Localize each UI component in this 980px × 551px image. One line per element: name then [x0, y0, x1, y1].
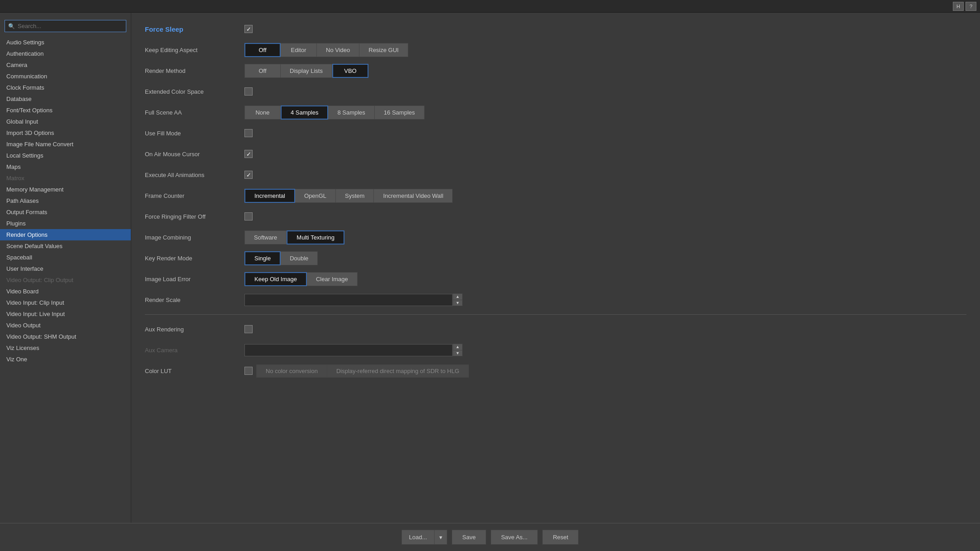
sidebar-item-import-3d-options[interactable]: Import 3D Options: [0, 127, 131, 139]
sidebar-item-database[interactable]: Database: [0, 93, 131, 105]
sidebar-item-path-aliases[interactable]: Path Aliases: [0, 195, 131, 206]
sidebar-item-video-input-clip-input[interactable]: Video Input: Clip Input: [0, 297, 131, 308]
sidebar-item-maps[interactable]: Maps: [0, 161, 131, 172]
render-scale-input[interactable]: 1.0: [244, 294, 453, 306]
sidebar-item-spaceball[interactable]: Spaceball: [0, 252, 131, 263]
sidebar-item-communication[interactable]: Communication: [0, 71, 131, 82]
extended-color-space-checkbox[interactable]: [244, 87, 253, 96]
full-scene-aa-row: Full Scene AA None4 Samples8 Samples16 S…: [145, 105, 966, 120]
image-combining-group-btn-software[interactable]: Software: [244, 230, 287, 244]
frame-counter-group-btn-opengl[interactable]: OpenGL: [295, 189, 336, 203]
sidebar-item-font-text-options[interactable]: Font/Text Options: [0, 105, 131, 116]
keep-editing-aspect-group-btn-off[interactable]: Off: [244, 43, 281, 57]
image-combining-group-btn-multi-texturing[interactable]: Multi Texturing: [287, 230, 344, 244]
sidebar-item-video-output-shm-output[interactable]: Video Output: SHM Output: [0, 331, 131, 342]
search-container: 🔍: [0, 17, 131, 37]
image-combining-group: SoftwareMulti Texturing: [244, 230, 344, 244]
sidebar: 🔍 Audio SettingsAuthenticationCameraComm…: [0, 13, 131, 523]
sidebar-item-video-output[interactable]: Video Output: [0, 320, 131, 331]
aux-camera-spinner: ▲ ▼: [244, 344, 463, 356]
aux-camera-input[interactable]: [244, 344, 453, 356]
frame-counter-group-btn-incremental[interactable]: Incremental: [244, 189, 295, 203]
sidebar-item-clock-formats[interactable]: Clock Formats: [0, 82, 131, 93]
sidebar-item-image-file-name-convert[interactable]: Image File Name Convert: [0, 139, 131, 150]
sidebar-item-authentication[interactable]: Authentication: [0, 48, 131, 59]
aux-rendering-row: Aux Rendering: [145, 322, 966, 336]
sidebar-item-viz-licenses[interactable]: Viz Licenses: [0, 342, 131, 354]
aux-camera-row: Aux Camera ▲ ▼: [145, 343, 966, 357]
sidebar-item-scene-default-values[interactable]: Scene Default Values: [0, 240, 131, 252]
color-lut-group: No color conversion Display-referred dir…: [256, 364, 469, 378]
frame-counter-group-btn-system[interactable]: System: [336, 189, 374, 203]
image-load-error-row: Image Load Error Keep Old ImageClear Ima…: [145, 272, 966, 286]
execute-all-animations-label: Execute All Animations: [145, 172, 244, 178]
sidebar-item-video-output-clip-output[interactable]: Video Output: Clip Output: [0, 274, 131, 286]
use-fill-mode-checkbox[interactable]: [244, 129, 253, 137]
force-ringing-filter-off-checkbox[interactable]: [244, 212, 253, 220]
force-sleep-checkbox[interactable]: [244, 25, 253, 33]
render-method-group-btn-off[interactable]: Off: [244, 64, 281, 78]
sidebar-item-viz-one[interactable]: Viz One: [0, 354, 131, 365]
keep-editing-aspect-group-btn-no-video[interactable]: No Video: [317, 43, 359, 57]
image-load-error-group-btn-clear-image[interactable]: Clear Image: [307, 272, 358, 286]
color-lut-checkbox[interactable]: [244, 367, 253, 375]
top-bar: H ?: [0, 0, 980, 13]
render-scale-label: Render Scale: [145, 297, 244, 303]
load-button[interactable]: Load...: [402, 530, 435, 545]
render-scale-down-btn[interactable]: ▼: [453, 300, 463, 306]
search-icon: 🔍: [8, 23, 15, 29]
aux-rendering-checkbox[interactable]: [244, 325, 253, 333]
sidebar-item-global-input[interactable]: Global Input: [0, 116, 131, 127]
full-scene-aa-group-btn-4-samples[interactable]: 4 Samples: [281, 105, 328, 120]
keep-editing-aspect-row: Keep Editing Aspect OffEditorNo VideoRes…: [145, 43, 966, 57]
aux-camera-up-btn[interactable]: ▲: [453, 344, 463, 350]
sidebar-item-user-interface[interactable]: User Interface: [0, 263, 131, 274]
image-load-error-group: Keep Old ImageClear Image: [244, 272, 358, 286]
search-input[interactable]: [5, 20, 126, 32]
sidebar-item-camera[interactable]: Camera: [0, 59, 131, 71]
color-lut-option1-btn[interactable]: No color conversion: [256, 364, 327, 378]
sidebar-item-render-options[interactable]: Render Options: [0, 229, 131, 240]
full-scene-aa-group-btn-16-samples[interactable]: 16 Samples: [375, 105, 425, 120]
full-scene-aa-group-btn-8-samples[interactable]: 8 Samples: [328, 105, 374, 120]
render-method-label: Render Method: [145, 67, 244, 74]
sidebar-item-matrox[interactable]: Matrox: [0, 172, 131, 184]
render-method-group-btn-vbo[interactable]: VBO: [332, 64, 368, 78]
image-load-error-group-btn-keep-old-image[interactable]: Keep Old Image: [244, 272, 307, 286]
keep-editing-aspect-group-btn-editor[interactable]: Editor: [281, 43, 317, 57]
frame-counter-group: IncrementalOpenGLSystemIncremental Video…: [244, 189, 453, 203]
sidebar-item-audio-settings[interactable]: Audio Settings: [0, 37, 131, 48]
keep-editing-aspect-group-btn-resize-gui[interactable]: Resize GUI: [359, 43, 408, 57]
render-method-group: OffDisplay ListsVBO: [244, 64, 368, 78]
image-combining-label: Image Combining: [145, 234, 244, 241]
sidebar-item-output-formats[interactable]: Output Formats: [0, 206, 131, 218]
help-icon-q[interactable]: ?: [966, 2, 976, 11]
on-air-mouse-cursor-row: On Air Mouse Cursor: [145, 147, 966, 161]
divider-1: [145, 314, 966, 315]
reset-button[interactable]: Reset: [542, 530, 578, 545]
full-scene-aa-group-btn-none[interactable]: None: [244, 105, 281, 120]
sidebar-item-video-board[interactable]: Video Board: [0, 286, 131, 297]
render-method-group-btn-display-lists[interactable]: Display Lists: [281, 64, 332, 78]
sidebar-nav: Audio SettingsAuthenticationCameraCommun…: [0, 37, 131, 518]
sidebar-item-memory-management[interactable]: Memory Management: [0, 184, 131, 195]
sidebar-item-video-input-live-input[interactable]: Video Input: Live Input: [0, 308, 131, 320]
color-lut-label: Color LUT: [145, 368, 244, 374]
save-as-button[interactable]: Save As...: [491, 530, 538, 545]
full-scene-aa-label: Full Scene AA: [145, 109, 244, 116]
color-lut-option2-btn[interactable]: Display-referred direct mapping of SDR t…: [327, 364, 469, 378]
help-icon-h[interactable]: H: [953, 2, 964, 11]
full-scene-aa-group: None4 Samples8 Samples16 Samples: [244, 105, 425, 120]
image-load-error-label: Image Load Error: [145, 276, 244, 283]
key-render-mode-group-btn-single[interactable]: Single: [244, 251, 281, 265]
key-render-mode-group-btn-double[interactable]: Double: [281, 251, 318, 265]
frame-counter-group-btn-incremental-video-wall[interactable]: Incremental Video Wall: [374, 189, 453, 203]
render-scale-up-btn[interactable]: ▲: [453, 293, 463, 300]
aux-camera-down-btn[interactable]: ▼: [453, 350, 463, 356]
execute-all-animations-checkbox[interactable]: [244, 171, 253, 179]
sidebar-item-local-settings[interactable]: Local Settings: [0, 150, 131, 161]
sidebar-item-plugins[interactable]: Plugins: [0, 218, 131, 229]
save-button[interactable]: Save: [452, 530, 486, 545]
on-air-mouse-cursor-checkbox[interactable]: [244, 150, 253, 158]
load-dropdown-arrow[interactable]: ▼: [434, 530, 447, 545]
